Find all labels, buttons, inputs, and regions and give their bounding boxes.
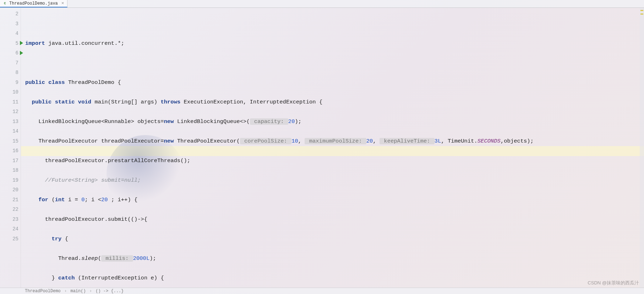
breadcrumb[interactable]: ThreadPoolDemo › main() › () -> {...}: [25, 289, 124, 294]
line-number: 12: [0, 107, 21, 117]
status-bar: ThreadPoolDemo › main() › () -> {...}: [0, 288, 644, 294]
code-line[interactable]: public class ThreadPoolDemo {: [25, 78, 644, 88]
code-area[interactable]: import java.util.concurrent.*; public cl…: [21, 8, 644, 294]
code-line[interactable]: public static void main(String[] args) t…: [25, 97, 644, 107]
crumb[interactable]: () -> {...}: [95, 289, 124, 294]
line-number: 11: [0, 97, 21, 107]
line-number: 24: [0, 224, 21, 234]
line-number: 5: [0, 39, 21, 49]
code-line[interactable]: [25, 19, 644, 29]
code-line[interactable]: for (int i = 0; i <20 ; i++) {: [25, 195, 644, 205]
line-number: 20: [0, 185, 21, 195]
crumb[interactable]: main(): [70, 289, 86, 294]
line-number: 13: [0, 117, 21, 127]
line-number: 18: [0, 166, 21, 176]
editor-area: 2345678910111213141516171819202122232425…: [0, 8, 644, 288]
chevron-right-icon: ›: [89, 289, 92, 294]
line-number: 10: [0, 87, 21, 97]
line-number: 2: [0, 9, 21, 19]
line-number: 22: [0, 205, 21, 215]
stripe-marker: [640, 14, 643, 15]
code-line[interactable]: threadPoolExecutor.submit(()->{: [25, 215, 644, 225]
line-number: 25: [0, 234, 21, 244]
line-number: 7: [0, 58, 21, 68]
stripe-marker: [640, 10, 643, 11]
code-column[interactable]: import java.util.concurrent.*; public cl…: [21, 8, 644, 288]
tab-file[interactable]: C ThreadPoolDemo.java ×: [0, 0, 67, 7]
chevron-right-icon: ›: [64, 289, 67, 294]
line-number: 21: [0, 195, 21, 205]
line-number: 15: [0, 137, 21, 146]
line-number: 4: [0, 29, 21, 39]
code-line[interactable]: import java.util.concurrent.*;: [25, 39, 644, 49]
java-class-icon: C: [3, 1, 7, 6]
line-gutter: 2345678910111213141516171819202122232425: [0, 8, 21, 288]
line-number: 6: [0, 48, 21, 58]
line-number: 14: [0, 127, 21, 137]
crumb[interactable]: ThreadPoolDemo: [25, 289, 61, 294]
code-line[interactable]: try {: [25, 234, 644, 244]
watermark-text: CSDN @抹茶味的西瓜汁: [588, 280, 639, 286]
code-line[interactable]: threadPoolExecutor.prestartAllCoreThread…: [25, 156, 644, 166]
line-number: 8: [0, 68, 21, 78]
code-line[interactable]: ThreadPoolExecutor threadPoolExecutor=ne…: [25, 137, 644, 146]
code-line[interactable]: [25, 58, 644, 68]
scrollbar-stripe[interactable]: [640, 8, 644, 288]
code-line[interactable]: Thread.sleep( millis: 2000L);: [25, 254, 644, 264]
line-number: 19: [0, 176, 21, 186]
line-number: 3: [0, 19, 21, 29]
editor-tabbar: C ThreadPoolDemo.java ×: [0, 0, 644, 8]
code-line[interactable]: } catch (InterruptedException e) {: [25, 273, 644, 283]
line-number: 23: [0, 215, 21, 225]
line-number: 17: [0, 156, 21, 166]
code-line[interactable]: LinkedBlockingQueue<Runnable> objects=ne…: [25, 117, 644, 127]
code-line[interactable]: //Future<String> submit=null;: [25, 176, 644, 186]
close-icon[interactable]: ×: [61, 1, 64, 6]
line-number: 9: [0, 78, 21, 88]
line-number: 16: [0, 146, 21, 156]
tab-filename: ThreadPoolDemo.java: [9, 1, 58, 6]
